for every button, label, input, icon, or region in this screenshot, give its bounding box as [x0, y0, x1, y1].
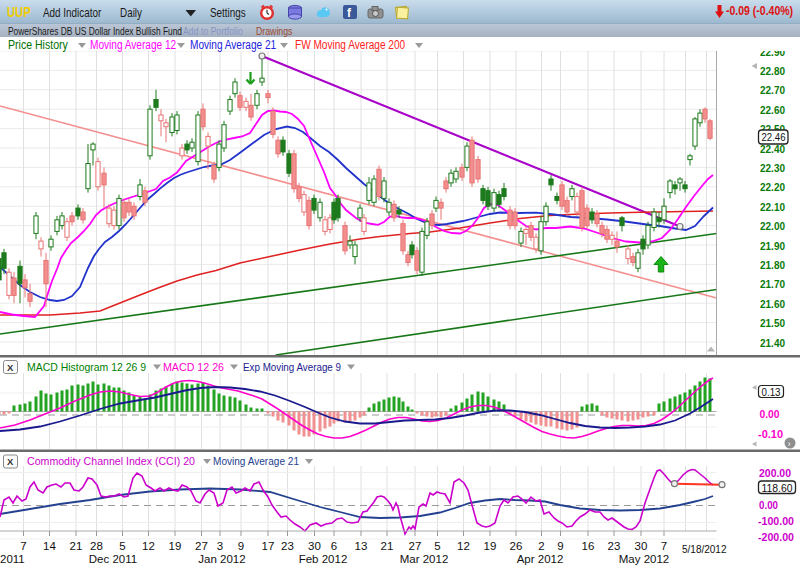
svg-text:118.60: 118.60 [762, 482, 793, 494]
svg-text:Exp Moving Average 9: Exp Moving Average 9 [243, 361, 341, 373]
svg-text:5: 5 [434, 540, 440, 552]
svg-text:200.00: 200.00 [759, 467, 791, 479]
svg-text:2: 2 [538, 540, 544, 552]
svg-text:-200.00: -200.00 [758, 531, 794, 543]
svg-text:17: 17 [262, 540, 275, 552]
svg-text:21.90: 21.90 [760, 240, 785, 252]
svg-text:22.10: 22.10 [760, 201, 785, 213]
svg-text:May 2012: May 2012 [619, 553, 670, 565]
svg-text:22.30: 22.30 [760, 162, 785, 174]
svg-text:27: 27 [409, 540, 422, 552]
svg-text:-0.10: -0.10 [758, 428, 783, 440]
svg-text:22.80: 22.80 [760, 65, 785, 77]
svg-text:22.46: 22.46 [762, 131, 786, 143]
svg-text:21: 21 [381, 540, 394, 552]
svg-text:MACD 12 26: MACD 12 26 [163, 361, 224, 373]
svg-text:5: 5 [119, 540, 125, 552]
svg-text:21.80: 21.80 [760, 259, 785, 271]
svg-text:9: 9 [557, 540, 563, 552]
svg-text:Dec 2011: Dec 2011 [89, 553, 137, 565]
svg-text:2011: 2011 [0, 553, 25, 565]
svg-text:22.20: 22.20 [760, 181, 785, 193]
svg-text:16: 16 [582, 540, 595, 552]
svg-text:0.00: 0.00 [759, 499, 778, 511]
svg-text:13: 13 [355, 540, 368, 552]
svg-text:Apr 2012: Apr 2012 [517, 553, 564, 565]
svg-text:21.60: 21.60 [760, 298, 785, 310]
svg-text:12: 12 [457, 540, 470, 552]
svg-text:14: 14 [43, 540, 56, 552]
svg-text:-100.00: -100.00 [758, 515, 794, 527]
svg-text:22.00: 22.00 [760, 220, 785, 232]
svg-text:23: 23 [281, 540, 294, 552]
svg-text:6: 6 [331, 540, 337, 552]
svg-text:21.70: 21.70 [760, 278, 785, 290]
svg-text:›: › [788, 438, 791, 449]
svg-text:21: 21 [70, 540, 83, 552]
svg-text:12: 12 [142, 540, 155, 552]
svg-text:Feb 2012: Feb 2012 [299, 553, 348, 565]
svg-text:23: 23 [608, 540, 621, 552]
svg-text:5/18/2012: 5/18/2012 [682, 544, 727, 555]
svg-text:X: X [7, 456, 14, 467]
svg-text:0.00: 0.00 [760, 408, 780, 420]
svg-text:7: 7 [20, 540, 26, 552]
svg-text:21.50: 21.50 [760, 317, 785, 329]
svg-text:22.70: 22.70 [760, 84, 785, 96]
svg-text:3: 3 [217, 540, 223, 552]
svg-text:19: 19 [169, 540, 182, 552]
svg-text:22.60: 22.60 [760, 104, 785, 116]
svg-text:Mar 2012: Mar 2012 [400, 553, 449, 565]
svg-text:21.40: 21.40 [760, 337, 785, 349]
svg-text:Jan 2012: Jan 2012 [198, 553, 245, 565]
svg-text:9: 9 [238, 540, 244, 552]
svg-text:MACD Histogram 12 26 9: MACD Histogram 12 26 9 [27, 361, 146, 373]
svg-text:X: X [7, 362, 14, 373]
svg-text:26: 26 [510, 540, 523, 552]
svg-text:0.13: 0.13 [762, 386, 781, 398]
svg-text:27: 27 [195, 540, 208, 552]
svg-text:30: 30 [635, 540, 648, 552]
svg-text:Moving Average 21: Moving Average 21 [213, 455, 299, 467]
svg-text:28: 28 [90, 540, 103, 552]
svg-text:19: 19 [484, 540, 497, 552]
svg-text:7: 7 [661, 540, 667, 552]
svg-text:30: 30 [308, 540, 321, 552]
svg-text:Commodity Channel Index (CCI): Commodity Channel Index (CCI) 20 [27, 455, 195, 467]
